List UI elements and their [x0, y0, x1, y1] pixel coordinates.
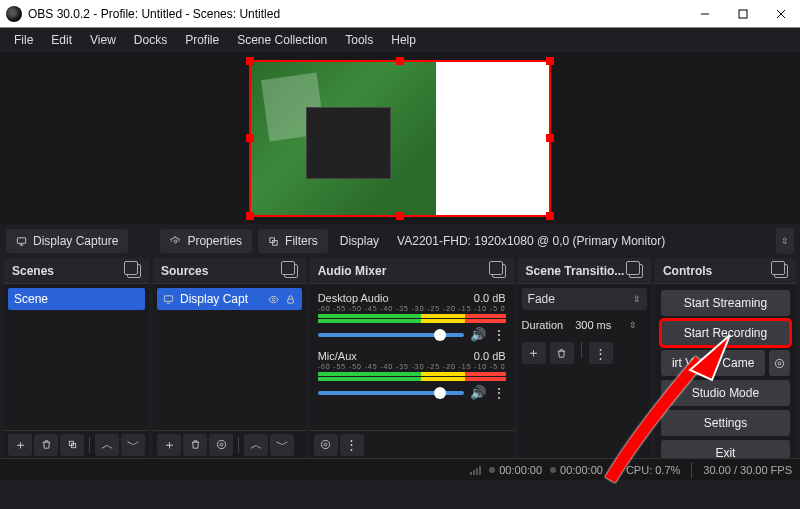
audio-meter [318, 377, 506, 381]
svg-point-16 [220, 443, 223, 446]
detach-icon[interactable] [492, 264, 506, 278]
controls-panel: Controls Start Streaming Start Recording… [655, 258, 796, 458]
scene-up-button[interactable]: ︿ [95, 434, 119, 456]
gear-icon [774, 358, 785, 369]
detach-icon[interactable] [774, 264, 788, 278]
cpu-usage: CPU: 0.7% [626, 464, 680, 476]
delete-scene-button[interactable] [34, 434, 58, 456]
signal-icon [470, 465, 481, 475]
scene-filters-button[interactable] [60, 434, 84, 456]
eye-icon[interactable] [268, 294, 279, 305]
capture-source-chip[interactable]: Display Capture [6, 229, 128, 253]
svg-rect-12 [164, 295, 172, 301]
menu-scene-collection[interactable]: Scene Collection [229, 31, 335, 49]
preview-source-box[interactable] [250, 61, 550, 216]
duration-label: Duration [522, 319, 564, 331]
detach-icon[interactable] [127, 264, 141, 278]
delete-transition-button[interactable] [550, 342, 574, 364]
spinner-icon[interactable]: ⇳ [629, 320, 637, 330]
source-item[interactable]: Display Capt [157, 288, 302, 310]
add-scene-button[interactable]: ＋ [8, 434, 32, 456]
audio-menu-button[interactable]: ⋮ [492, 331, 506, 339]
exit-button[interactable]: Exit [661, 440, 790, 458]
svg-point-18 [324, 443, 327, 446]
source-settings-button[interactable] [209, 434, 233, 456]
lock-icon[interactable] [285, 294, 296, 305]
filters-icon [268, 236, 279, 247]
add-source-button[interactable]: ＋ [157, 434, 181, 456]
gear-icon [216, 439, 227, 450]
scenes-panel: Scenes Scene ＋ ︿ ﹀ [4, 258, 149, 458]
detach-icon[interactable] [284, 264, 298, 278]
menu-tools[interactable]: Tools [337, 31, 381, 49]
audio-channel-level: 0.0 dB [474, 350, 506, 362]
source-info-bar: Display Capture Properties Filters Displ… [0, 224, 800, 258]
transition-select[interactable]: Fade ⇳ [522, 288, 647, 310]
start-recording-button[interactable]: Start Recording [661, 320, 790, 346]
transitions-title: Scene Transitio... [526, 264, 625, 278]
filter-icon [67, 439, 78, 450]
audio-channel: Desktop Audio0.0 dB-60 -55 -50 -45 -40 -… [318, 292, 506, 342]
recording-timer: 00:00:00 [560, 464, 603, 476]
svg-point-7 [175, 240, 178, 243]
menu-profile[interactable]: Profile [177, 31, 227, 49]
settings-button[interactable]: Settings [661, 410, 790, 436]
scene-item[interactable]: Scene [8, 288, 145, 310]
menu-view[interactable]: View [82, 31, 124, 49]
status-bar: 00:00:00 00:00:00 CPU: 0.7% 30.00 / 30.0… [0, 458, 800, 480]
studio-mode-button[interactable]: Studio Mode [661, 380, 790, 406]
sources-panel: Sources Display Capt ＋ ︿ ﹀ [153, 258, 306, 458]
audio-scale: -60 -55 -50 -45 -40 -35 -30 -25 -20 -15 … [318, 305, 506, 312]
detach-icon[interactable] [629, 264, 643, 278]
menu-docks[interactable]: Docks [126, 31, 175, 49]
scene-down-button[interactable]: ﹀ [121, 434, 145, 456]
rec-status-icon [489, 467, 495, 473]
menu-help[interactable]: Help [383, 31, 424, 49]
audio-menu-button[interactable]: ⋮ [340, 434, 364, 456]
maximize-button[interactable] [724, 0, 762, 27]
svg-point-14 [272, 298, 275, 301]
filters-button[interactable]: Filters [258, 229, 328, 253]
speaker-icon[interactable]: 🔊 [470, 327, 486, 342]
source-down-button[interactable]: ﹀ [270, 434, 294, 456]
close-button[interactable] [762, 0, 800, 27]
window-title: OBS 30.0.2 - Profile: Untitled - Scenes:… [28, 7, 686, 21]
menubar: FileEditViewDocksProfileScene Collection… [0, 28, 800, 52]
menu-edit[interactable]: Edit [43, 31, 80, 49]
svg-rect-15 [287, 299, 293, 303]
duration-input[interactable]: 300 ms [569, 316, 623, 334]
speaker-icon[interactable]: 🔊 [470, 385, 486, 400]
streaming-timer: 00:00:00 [499, 464, 542, 476]
audio-settings-button[interactable] [314, 434, 338, 456]
minimize-button[interactable] [686, 0, 724, 27]
add-transition-button[interactable]: ＋ [522, 342, 546, 364]
svg-rect-4 [17, 237, 25, 243]
virtual-camera-settings-button[interactable] [769, 350, 790, 376]
trash-icon [556, 348, 567, 359]
preview-stage[interactable] [0, 52, 800, 224]
monitor-icon [163, 294, 174, 305]
audio-meter [318, 319, 506, 323]
properties-button[interactable]: Properties [160, 229, 252, 253]
start-streaming-button[interactable]: Start Streaming [661, 290, 790, 316]
scenes-title: Scenes [12, 264, 54, 278]
audio-channel-level: 0.0 dB [474, 292, 506, 304]
capture-source-label: Display Capture [33, 234, 118, 248]
svg-point-19 [322, 440, 330, 448]
display-spinner[interactable]: ⇳ [776, 228, 794, 254]
source-up-button[interactable]: ︿ [244, 434, 268, 456]
audio-channel: Mic/Aux0.0 dB-60 -55 -50 -45 -40 -35 -30… [318, 350, 506, 400]
transition-menu-button[interactable]: ⋮ [589, 342, 613, 364]
audio-menu-button[interactable]: ⋮ [492, 389, 506, 397]
audio-channel-name: Desktop Audio [318, 292, 389, 304]
controls-title: Controls [663, 264, 712, 278]
volume-slider[interactable] [318, 391, 464, 395]
menu-file[interactable]: File [6, 31, 41, 49]
delete-source-button[interactable] [183, 434, 207, 456]
gear-icon [320, 439, 331, 450]
volume-slider[interactable] [318, 333, 464, 337]
svg-rect-1 [739, 10, 747, 18]
audio-scale: -60 -55 -50 -45 -40 -35 -30 -25 -20 -15 … [318, 363, 506, 370]
display-value: VA2201-FHD: 1920x1080 @ 0,0 (Primary Mon… [391, 234, 770, 248]
virtual-camera-button[interactable]: irt Virtual Came [661, 350, 765, 376]
